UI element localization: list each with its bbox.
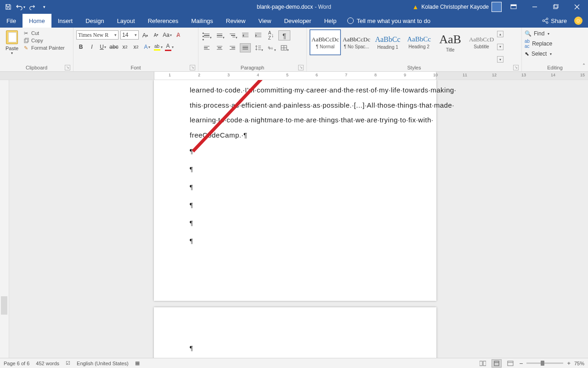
align-left-button[interactable] bbox=[201, 43, 212, 52]
undo-button[interactable]: ▾ bbox=[15, 1, 26, 12]
styles-dialog-launcher[interactable]: ↘ bbox=[513, 65, 519, 70]
decrease-indent-button[interactable] bbox=[240, 31, 251, 40]
shading-button[interactable]: ▾ bbox=[266, 43, 277, 52]
svg-rect-8 bbox=[24, 39, 28, 43]
maximize-button[interactable] bbox=[547, 0, 565, 14]
select-button[interactable]: ⬉Select▾ bbox=[525, 51, 552, 57]
tab-help[interactable]: Help bbox=[318, 14, 343, 28]
share-button[interactable]: Share bbox=[542, 17, 567, 24]
style-subtitle[interactable]: AaBbCcDSubtitle bbox=[466, 29, 497, 55]
show-hide-pilcrow-button[interactable]: ¶ bbox=[278, 30, 290, 40]
format-painter-button[interactable]: ✎Format Painter bbox=[24, 45, 65, 51]
horizontal-ruler[interactable]: L 12345678910111213141516171819 bbox=[0, 72, 588, 80]
line-spacing-button[interactable]: ▾ bbox=[253, 43, 264, 52]
font-color-button[interactable]: A▾ bbox=[164, 42, 174, 52]
language-indicator[interactable]: English (United States) bbox=[77, 361, 129, 366]
strikethrough-button[interactable]: abc bbox=[109, 42, 119, 52]
word-count[interactable]: 452 words bbox=[36, 361, 59, 366]
numbering-button[interactable]: ▾ bbox=[214, 31, 225, 40]
italic-button[interactable]: I bbox=[87, 42, 96, 52]
read-mode-button[interactable] bbox=[478, 359, 488, 368]
shrink-font-button[interactable]: A▾ bbox=[152, 30, 161, 40]
tab-developer[interactable]: Developer bbox=[277, 14, 317, 28]
increase-indent-button[interactable] bbox=[253, 31, 264, 40]
style-heading-1[interactable]: AaBbCcHeading 1 bbox=[372, 29, 403, 55]
qat-customize[interactable]: ▾ bbox=[39, 1, 50, 12]
style-title[interactable]: AaBTitle bbox=[435, 29, 466, 55]
redo-button[interactable] bbox=[27, 1, 38, 12]
change-case-button[interactable]: Aa▾ bbox=[163, 30, 172, 40]
zoom-level[interactable]: 75% bbox=[574, 361, 584, 366]
zoom-slider[interactable] bbox=[526, 362, 563, 364]
tab-layout[interactable]: Layout bbox=[111, 14, 141, 28]
font-name-combo[interactable]: Times New R▾ bbox=[76, 30, 119, 40]
grow-font-button[interactable]: A▴ bbox=[141, 30, 150, 40]
zoom-out-button[interactable]: − bbox=[519, 360, 523, 367]
tell-me-search[interactable]: Tell me what you want to do bbox=[343, 14, 435, 28]
zoom-in-button[interactable]: + bbox=[567, 360, 571, 367]
font-dialog-launcher[interactable]: ↘ bbox=[190, 65, 195, 70]
paragraph-mark: ¶ bbox=[154, 178, 436, 196]
page-next[interactable]: ¶ bbox=[154, 307, 436, 358]
macro-icon[interactable]: ▦ bbox=[135, 360, 140, 366]
cut-button[interactable]: ✂Cut bbox=[24, 30, 65, 36]
font-size-combo[interactable]: 14▾ bbox=[120, 30, 139, 40]
tab-view[interactable]: View bbox=[252, 14, 277, 28]
minimize-button[interactable] bbox=[526, 0, 544, 14]
page-current[interactable]: learned·to·code.·I'm·committing·my·caree… bbox=[154, 80, 436, 301]
ribbon-display-options[interactable] bbox=[504, 0, 523, 14]
styles-group-label: Styles bbox=[407, 65, 421, 70]
tab-references[interactable]: References bbox=[141, 14, 185, 28]
highlight-button[interactable]: ab▾ bbox=[153, 42, 163, 52]
copy-button[interactable]: Copy bbox=[24, 38, 65, 43]
underline-button[interactable]: U▾ bbox=[98, 42, 107, 52]
tab-insert[interactable]: Insert bbox=[51, 14, 79, 28]
tab-review[interactable]: Review bbox=[220, 14, 252, 28]
tab-home[interactable]: Home bbox=[23, 14, 51, 28]
style-name-label: Subtitle bbox=[474, 44, 489, 49]
tab-mailings[interactable]: Mailings bbox=[185, 14, 220, 28]
sort-button[interactable]: AZ↓ bbox=[266, 31, 277, 40]
style-sample: AaBbCc bbox=[375, 35, 400, 44]
clipboard-dialog-launcher[interactable]: ↘ bbox=[65, 65, 70, 70]
multilevel-list-button[interactable]: ▾ bbox=[227, 31, 238, 40]
spellcheck-icon[interactable]: ☑ bbox=[66, 360, 70, 366]
clear-formatting-button[interactable]: A̷ bbox=[174, 30, 183, 40]
close-button[interactable] bbox=[568, 0, 586, 14]
window-title: blank-page-demo.docx - Word bbox=[257, 4, 331, 10]
style-heading-2[interactable]: AaBbCcHeading 2 bbox=[403, 29, 435, 55]
vertical-ruler[interactable] bbox=[0, 80, 9, 358]
feedback-button[interactable]: ☺ bbox=[574, 17, 582, 25]
web-layout-button[interactable] bbox=[505, 359, 515, 368]
page-indicator[interactable]: Page 6 of 6 bbox=[4, 361, 29, 366]
find-button[interactable]: 🔍Find▾ bbox=[525, 30, 552, 37]
paragraph-dialog-launcher[interactable]: ↘ bbox=[298, 65, 304, 70]
tab-file[interactable]: File bbox=[0, 14, 23, 28]
print-layout-button[interactable] bbox=[492, 359, 502, 368]
document-area[interactable]: learned·to·code.·I'm·committing·my·caree… bbox=[0, 80, 588, 358]
bold-button[interactable]: B bbox=[76, 42, 85, 52]
paste-button[interactable]: Paste ▾ bbox=[3, 29, 21, 55]
bullets-button[interactable]: ●●●▾ bbox=[201, 31, 212, 40]
align-right-button[interactable] bbox=[227, 43, 238, 52]
replace-button[interactable]: abacReplace bbox=[525, 39, 552, 49]
svg-point-5 bbox=[543, 20, 544, 22]
text-effects-button[interactable]: A▾ bbox=[142, 42, 152, 52]
justify-button[interactable] bbox=[240, 43, 251, 52]
save-button[interactable] bbox=[3, 1, 14, 12]
style---no-spac---[interactable]: AaBbCcDc¶ No Spac... bbox=[341, 29, 372, 55]
avatar[interactable] bbox=[492, 2, 502, 12]
svg-rect-18 bbox=[508, 361, 513, 366]
subscript-button[interactable]: x2 bbox=[120, 42, 130, 52]
document-text[interactable]: learned·to·code.·I'm·committing·my·caree… bbox=[154, 80, 436, 143]
style---normal[interactable]: AaBbCcDc¶ Normal bbox=[310, 29, 341, 55]
superscript-button[interactable]: x2 bbox=[131, 42, 141, 52]
status-bar: Page 6 of 6 452 words ☑ English (United … bbox=[0, 358, 588, 368]
collapse-ribbon-button[interactable]: ˄ bbox=[582, 63, 585, 69]
styles-more[interactable]: ▴▾▾ bbox=[497, 29, 505, 64]
share-icon bbox=[542, 17, 548, 24]
borders-button[interactable]: ▾ bbox=[278, 43, 289, 52]
document-name: blank-page-demo.docx bbox=[257, 4, 313, 10]
tab-design[interactable]: Design bbox=[79, 14, 110, 28]
align-center-button[interactable] bbox=[214, 43, 225, 52]
